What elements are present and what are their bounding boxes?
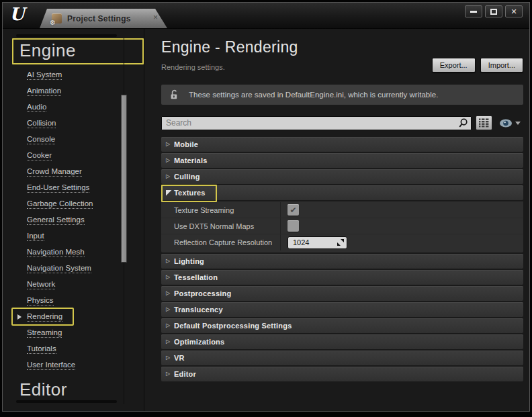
sidebar-item-label: Rendering <box>27 312 62 322</box>
drag-resize-icon[interactable] <box>337 239 344 246</box>
setting-value-column <box>281 236 347 249</box>
sidebar-item-label: Console <box>27 135 55 144</box>
setting-label: Reflection Capture Resolution <box>174 238 272 246</box>
collapsed-arrow-icon: ▷ <box>166 254 174 269</box>
sidebar-item-navigation-system[interactable]: Navigation System <box>3 261 144 277</box>
unreal-logo-icon: U <box>9 4 25 24</box>
minimize-icon <box>470 11 477 13</box>
collapsed-arrow-icon: ▷ <box>166 286 174 301</box>
sidebar-item-label: Network <box>27 280 55 289</box>
category-row-postprocessing[interactable]: ▷Postprocessing <box>161 286 523 301</box>
tab-close-icon[interactable]: × <box>153 13 158 22</box>
sidebar-item-label: Physics <box>27 296 54 306</box>
sidebar-item-label: Audio <box>27 103 46 112</box>
app-window: U ⚙ Project Settings × ✕ Engine AI Syste… <box>0 0 532 417</box>
sidebar-item-label: Cooker <box>27 151 52 160</box>
chevron-down-icon <box>515 122 521 125</box>
tab-label: Project Settings <box>67 14 131 24</box>
view-options-button[interactable] <box>496 118 523 129</box>
eye-icon <box>499 119 513 128</box>
header-buttons: Export... Import... <box>432 58 523 73</box>
collapsed-arrow-icon: ▷ <box>166 137 174 152</box>
settings-main-panel: Engine - Rendering Rendering settings. E… <box>144 29 529 411</box>
sidebar-item-network[interactable]: Network <box>3 277 144 293</box>
checkbox[interactable] <box>287 220 299 232</box>
category-row-lighting[interactable]: ▷Lighting <box>161 254 523 269</box>
category-row-translucency[interactable]: ▷Translucency <box>161 302 523 317</box>
setting-value-column: ✔ <box>281 204 299 216</box>
sidebar-item-physics[interactable]: Physics <box>3 293 144 309</box>
category-label: Materials <box>174 156 208 165</box>
sidebar-item-label: General Settings <box>27 216 85 225</box>
minimize-button[interactable] <box>465 5 482 17</box>
sidebar-item-user-interface[interactable]: User Interface <box>3 357 144 373</box>
sidebar-item-rendering[interactable]: Rendering <box>3 309 144 325</box>
category-row-editor[interactable]: ▷Editor <box>161 367 523 381</box>
setting-label: Texture Streaming <box>174 206 234 214</box>
collapsed-arrow-icon: ▷ <box>166 153 174 168</box>
export-button[interactable]: Export... <box>432 58 476 73</box>
collapsed-arrow-icon: ▷ <box>166 169 174 184</box>
sidebar-heading-engine: Engine <box>19 40 76 61</box>
tab-project-settings[interactable]: ⚙ Project Settings × <box>40 9 167 28</box>
category-row-default-postprocessing-settings[interactable]: ▷Default Postprocessing Settings <box>161 318 523 333</box>
window-controls: ✕ <box>465 5 523 17</box>
settings-sidebar: Engine AI SystemAnimationAudioCollisionC… <box>3 29 144 411</box>
sidebar-scrollbar-thumb[interactable] <box>121 95 127 263</box>
sidebar-item-tutorials[interactable]: Tutorials <box>3 341 144 357</box>
category-label: Mobile <box>174 140 198 148</box>
collapsed-arrow-icon: ▷ <box>166 302 174 317</box>
category-row-mobile[interactable]: ▷Mobile <box>161 137 523 152</box>
config-file-info-bar: These settings are saved in DefaultEngin… <box>161 85 523 105</box>
gear-icon: ⚙ <box>50 19 56 26</box>
sidebar-item-label: Tutorials <box>27 344 56 354</box>
category-label: Culling <box>174 173 200 181</box>
category-row-culling[interactable]: ▷Culling <box>161 169 523 184</box>
category-label: Tessellation <box>174 273 218 281</box>
selected-item-arrow-icon <box>17 314 21 320</box>
setting-label: Use DXT5 Normal Maps <box>174 222 254 230</box>
category-details: Texture Streaming✔Use DXT5 Normal MapsRe… <box>161 201 523 252</box>
setting-row: Texture Streaming✔ <box>161 202 523 218</box>
title-bar: U ⚙ Project Settings × ✕ <box>3 3 529 29</box>
checkbox[interactable]: ✔ <box>287 204 299 216</box>
category-row-tessellation[interactable]: ▷Tessellation <box>161 270 523 285</box>
scroll-shadow-bottom <box>16 400 117 403</box>
maximize-icon <box>490 9 497 15</box>
sidebar-item-label: Crowd Manager <box>27 167 82 177</box>
number-input-wrap <box>287 236 347 249</box>
maximize-button[interactable] <box>485 5 502 17</box>
project-settings-icon: ⚙ <box>52 13 62 24</box>
sidebar-item-label: Streaming <box>27 328 62 338</box>
search-input[interactable] <box>161 116 472 130</box>
sidebar-heading-editor: Editor <box>19 379 67 400</box>
category-row-vr[interactable]: ▷VR <box>161 351 523 365</box>
close-icon: ✕ <box>511 8 517 15</box>
import-button[interactable]: Import... <box>480 58 523 73</box>
grid-view-icon <box>479 118 489 128</box>
page-title: Engine - Rendering <box>161 38 523 56</box>
category-label: Editor <box>174 370 196 378</box>
category-label: Postprocessing <box>174 289 231 297</box>
category-label: Optimizations <box>174 338 224 346</box>
category-row-optimizations[interactable]: ▷Optimizations <box>161 334 523 349</box>
sidebar-item-streaming[interactable]: Streaming <box>3 325 144 341</box>
sidebar-item-label: End-User Settings <box>27 183 89 193</box>
category-row-materials[interactable]: ▷Materials <box>161 153 523 168</box>
search-wrap <box>161 116 472 130</box>
sidebar-item-label: Garbage Collection <box>27 199 93 209</box>
sidebar-item-label: Navigation Mesh <box>27 248 85 257</box>
sidebar-item-label: Animation <box>27 87 61 96</box>
sidebar-item-ai-system[interactable]: AI System <box>3 67 144 83</box>
category-label: Translucency <box>174 306 223 314</box>
collapsed-arrow-icon: ▷ <box>166 367 174 381</box>
collapsed-arrow-icon: ▷ <box>166 318 174 333</box>
search-row <box>161 115 523 130</box>
setting-label-column: Reflection Capture Resolution <box>161 234 281 250</box>
sidebar-item-label: User Interface <box>27 361 75 370</box>
settings-grid-view-button[interactable] <box>476 115 492 130</box>
category-label: Lighting <box>174 257 204 265</box>
close-button[interactable]: ✕ <box>505 5 523 17</box>
category-row-textures[interactable]: Textures <box>161 185 523 200</box>
content-area: Engine AI SystemAnimationAudioCollisionC… <box>3 29 529 411</box>
